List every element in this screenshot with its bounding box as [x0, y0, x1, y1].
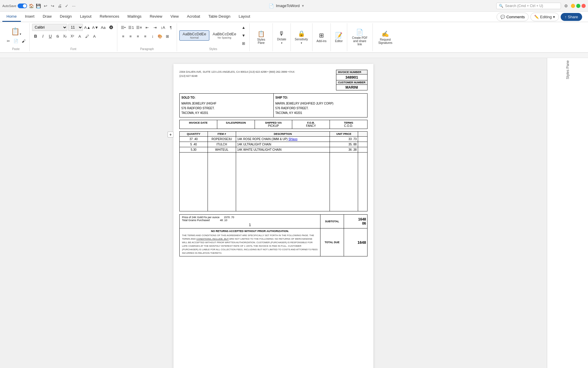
paste-section: 📋 ▾ ✂ 📄 🖌: [5, 26, 27, 44]
autosave-toggle[interactable]: AutoSave: [2, 4, 27, 8]
share-label: Share: [568, 15, 578, 19]
more-icon[interactable]: ···: [71, 3, 76, 9]
align-center-button[interactable]: ≡: [127, 33, 134, 40]
increase-font-button[interactable]: A▲: [84, 24, 91, 31]
sensitivity-button[interactable]: 🔒 Sensitivity ▾: [293, 29, 310, 46]
print-icon[interactable]: 🖨: [57, 3, 62, 9]
tab-view[interactable]: View: [166, 12, 183, 22]
header-unit-price: UNIT PRICE: [330, 132, 358, 137]
ship-to-box: SHIP TO: MARIN JEWELRY (HIGHFIED JLRY CO…: [274, 94, 368, 117]
styles-down-button[interactable]: ▼: [240, 32, 247, 39]
invoice-table: QUANTITY ITEM # DESCRIPTION UNIT PRICE 3…: [179, 131, 368, 211]
add-table-button[interactable]: +: [168, 132, 173, 137]
tab-design[interactable]: Design: [56, 12, 76, 22]
font-name-select[interactable]: Calibri: [32, 24, 67, 31]
header-total: [358, 132, 368, 137]
sold-to-address1: 576 RADFORD STREET.: [181, 106, 272, 111]
undo-icon[interactable]: ↩: [43, 3, 48, 9]
sort-button[interactable]: ↕A: [159, 24, 166, 31]
text-effects-button[interactable]: A: [91, 33, 98, 40]
font-color-button[interactable]: A: [76, 33, 83, 40]
tab-references[interactable]: References: [96, 12, 123, 22]
dictate-button[interactable]: 🎙 Dictate ▾: [275, 29, 288, 46]
close-button[interactable]: [582, 4, 586, 8]
line-spacing-button[interactable]: ↕: [149, 33, 156, 40]
styles-pane-button[interactable]: 📋 Styles Pane: [252, 29, 270, 46]
total-due-label: TOTAL DUE: [320, 228, 344, 256]
font-name-row: Calibri 11 A▲ A▼ Aa 🅐: [32, 24, 115, 31]
autosave-label: AutoSave: [2, 4, 16, 8]
row2-item: ITULCH: [208, 142, 236, 147]
tab-table-design[interactable]: Table Design: [204, 12, 235, 22]
app-icon: 📄: [269, 4, 274, 8]
search-bar[interactable]: 🔍 Search (Cmd + Ctrl + U): [496, 3, 561, 9]
highlight-button[interactable]: 🖊: [83, 33, 91, 40]
styles-up-button[interactable]: ▲: [240, 24, 247, 31]
copy-button[interactable]: 📄: [12, 37, 19, 44]
cut-button[interactable]: ✂: [5, 37, 12, 44]
home-icon[interactable]: 🏠: [29, 3, 34, 9]
tab-mailings[interactable]: Mailings: [123, 12, 146, 22]
paste-button[interactable]: 📋 ▾: [9, 26, 23, 37]
styles-pane-icon: 📋: [258, 30, 265, 37]
clear-format-button[interactable]: 🅐: [108, 24, 115, 31]
change-case-button[interactable]: Aa: [100, 24, 107, 31]
font-group-items: Calibri 11 A▲ A▼ Aa 🅐 B I U S X₂ X² A 🖊 …: [32, 24, 115, 47]
dropdown-arrow[interactable]: ▾: [302, 4, 304, 8]
multilevel-button[interactable]: ☰≡: [136, 24, 143, 31]
align-left-button[interactable]: ≡: [120, 33, 127, 40]
bullets-button[interactable]: ☰•: [120, 24, 127, 31]
styles-more-button[interactable]: ⊞: [240, 40, 247, 47]
signatures-button[interactable]: ✍ Request Signatures: [375, 29, 396, 46]
redo-icon[interactable]: ↪: [50, 3, 55, 9]
legal-header: NO RETURNS ACCEPTED WITHOUT PRIOR AUTHOR…: [182, 230, 318, 233]
editor-label: Editor: [335, 39, 343, 43]
minimize-button[interactable]: [571, 4, 575, 8]
decrease-font-button[interactable]: A▼: [92, 24, 99, 31]
editor-group: 📝 Editor: [331, 23, 347, 51]
autosave-switch[interactable]: [18, 4, 27, 8]
indent-button[interactable]: ⇥: [151, 24, 158, 31]
align-right-button[interactable]: ≡: [134, 33, 141, 40]
styles-group: AaBbCcDdEe Normal AaBbCcDdEe No Spacing …: [177, 23, 250, 51]
editing-chevron: ▾: [553, 15, 555, 19]
strikethrough-button[interactable]: S: [54, 33, 61, 40]
shading-button[interactable]: 🎨: [156, 33, 163, 40]
justify-button[interactable]: ≡: [142, 33, 149, 40]
check-icon[interactable]: ✓: [64, 3, 69, 9]
format-painter-button[interactable]: 🖌: [20, 37, 27, 44]
underline-button[interactable]: U: [47, 33, 54, 40]
header-quantity: QUANTITY: [180, 132, 208, 137]
comments-button[interactable]: 💬 Comments: [497, 13, 529, 21]
title-bar-center: 📄 ImageToWord ▾: [79, 4, 494, 8]
create-pdf-button[interactable]: 📄 Create PDF and share link: [350, 27, 370, 47]
tab-review[interactable]: Review: [146, 12, 166, 22]
font-size-select[interactable]: 11: [68, 24, 83, 31]
save-icon[interactable]: 💾: [36, 3, 41, 9]
subscript-button[interactable]: X₂: [61, 33, 69, 40]
tab-acrobat[interactable]: Acrobat: [183, 12, 204, 22]
share-button[interactable]: ↑ Share: [561, 13, 582, 21]
settings-icon[interactable]: ⚙: [563, 3, 569, 9]
tab-home[interactable]: Home: [2, 12, 21, 22]
maximize-button[interactable]: [576, 4, 580, 8]
tab-draw[interactable]: Draw: [39, 12, 56, 22]
editor-button[interactable]: 📝 Editor: [333, 31, 344, 44]
style-normal[interactable]: AaBbCcDdEe Normal: [179, 30, 209, 41]
borders-button[interactable]: ⊞: [164, 33, 171, 40]
style-no-spacing[interactable]: AaBbCcDdEe No Spacing: [209, 30, 239, 41]
tab-layout[interactable]: Layout: [76, 12, 96, 22]
numbering-button[interactable]: ☰1: [128, 24, 135, 31]
tab-layout2[interactable]: Layout: [235, 12, 254, 22]
show-hide-button[interactable]: ¶: [167, 24, 174, 31]
addins-button[interactable]: ⊞ Add-ins: [315, 31, 328, 44]
outdent-button[interactable]: ⇤: [143, 24, 151, 31]
tab-insert[interactable]: Insert: [21, 12, 39, 22]
editing-button[interactable]: ✏️ Editing ▾: [530, 13, 559, 21]
italic-button[interactable]: I: [39, 33, 46, 40]
superscript-button[interactable]: X²: [69, 33, 76, 40]
terms-cell: TERMS C.O.D.: [330, 120, 367, 129]
shipped-via-value: PICKUP: [256, 124, 291, 127]
clipboard-label: Paste: [5, 47, 27, 51]
bold-button[interactable]: B: [32, 33, 39, 40]
